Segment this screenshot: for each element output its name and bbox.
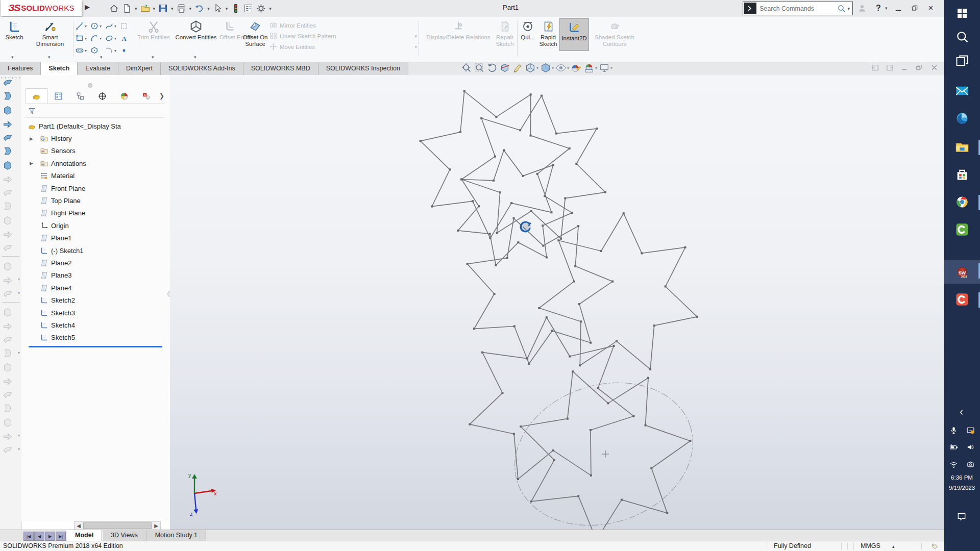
sketch-vertex-point[interactable] — [580, 320, 582, 322]
tree-item-plane1[interactable]: Plane1 — [21, 232, 169, 244]
sketch-vertex-point[interactable] — [567, 418, 569, 420]
tree-filter-row[interactable] — [26, 104, 164, 118]
scroll-left-arrow[interactable]: ◀ — [75, 523, 83, 529]
entities-flyout-caret[interactable]: ▾ — [100, 55, 103, 60]
annotation-views-icon[interactable] — [512, 62, 523, 73]
sketch-vertex-point[interactable] — [650, 467, 652, 469]
taskbar-edge-icon[interactable] — [944, 108, 980, 129]
sketch-vertex-point[interactable] — [621, 499, 623, 501]
sketch-vertex-point[interactable] — [457, 230, 459, 232]
construction-ellipse[interactable] — [496, 361, 712, 530]
sketch-vertex-point[interactable] — [530, 93, 532, 95]
zoom-to-fit-icon[interactable] — [461, 62, 472, 73]
feature-tool-icon[interactable] — [0, 158, 21, 171]
cam-manager-tab[interactable]: S — [135, 88, 157, 104]
tree-item--sketch1[interactable]: (-) Sketch1 — [21, 244, 169, 257]
spline-tool[interactable]: ▾ — [105, 21, 119, 31]
tree-item-top-plane[interactable]: Top Plane — [21, 194, 169, 207]
dimxpert-manager-tab[interactable] — [91, 88, 113, 104]
smart-dimension-button[interactable]: Smart Dimension — [28, 19, 72, 47]
convert-entities-button[interactable]: Convert Entities — [174, 19, 218, 41]
sketch-vertex-point[interactable] — [546, 257, 548, 259]
tree-item-right-plane[interactable]: Right Plane — [21, 207, 169, 219]
magnifier-icon[interactable] — [837, 4, 846, 13]
tree-root-part1[interactable]: Part1 (Default<_Display Sta — [21, 120, 169, 132]
close-button[interactable]: × — [925, 2, 937, 14]
smart-dimension-caret[interactable]: ▾ — [48, 55, 51, 60]
tab-evaluate[interactable]: Evaluate — [78, 62, 118, 75]
sketch-vertex-point[interactable] — [420, 140, 422, 142]
sketch-vertex-point[interactable] — [431, 206, 433, 208]
tab-scroll-button[interactable]: ◀ — [34, 532, 44, 541]
feature-tool-icon[interactable] — [0, 144, 21, 158]
tree-horizontal-scrollbar[interactable]: ◀ ▶ — [74, 521, 161, 530]
tree-item-annotations[interactable]: ▶AAnnotations — [21, 157, 169, 169]
sketch-vertex-point[interactable] — [649, 368, 651, 370]
tab-solidworks-add-ins[interactable]: SOLIDWORKS Add-Ins — [161, 62, 243, 75]
sketch-button[interactable]: Sketch — [3, 19, 26, 41]
section-view-icon[interactable] — [499, 62, 510, 73]
sketch-vertex-point[interactable] — [493, 180, 495, 182]
edit-appearance-icon[interactable] — [571, 62, 582, 73]
tree-item-sensors[interactable]: Sensors — [21, 145, 169, 157]
fillet-tool[interactable]: ▾ — [105, 46, 119, 55]
sketch-flyout-caret[interactable]: ▾ — [11, 55, 14, 60]
filter-funnel-icon[interactable] — [28, 107, 36, 115]
display-style-icon[interactable]: ▾ — [540, 62, 554, 73]
tab-dimxpert[interactable]: DimXpert — [118, 62, 161, 75]
sketch-star-polygon-5[interactable] — [539, 213, 697, 369]
feature-tool-icon[interactable] — [0, 130, 21, 144]
panel-resize-dot[interactable] — [88, 83, 92, 88]
tree-item-origin[interactable]: Origin — [21, 219, 169, 232]
save-caret[interactable]: ▾ — [171, 6, 174, 11]
sketch-vertex-point[interactable] — [684, 246, 687, 248]
sketch-vertex-point[interactable] — [522, 175, 524, 177]
sketch-vertex-point[interactable] — [489, 233, 491, 235]
expander-arrow[interactable]: ▶ — [30, 161, 35, 166]
tree-item-material-not-specified-[interactable]: Material — [21, 170, 169, 182]
apply-scene-icon[interactable]: ▾ — [583, 62, 597, 73]
rapid-sketch-button[interactable]: Rapid Sketch — [537, 19, 559, 47]
sketch-vertex-point[interactable] — [564, 197, 566, 199]
tree-item-history[interactable]: ▶History — [21, 132, 169, 144]
sketch-vertex-point[interactable] — [623, 212, 625, 214]
sketch-vertex-point[interactable] — [449, 168, 451, 170]
feature-tool-icon[interactable] — [0, 89, 21, 103]
tree-item-plane2[interactable]: Plane2 — [21, 257, 169, 269]
tray-camera-icon[interactable] — [962, 458, 979, 470]
configuration-manager-tab[interactable] — [69, 88, 91, 104]
sketch-vertex-point[interactable] — [551, 330, 553, 332]
offset-on-surface-button[interactable]: Offset On Surface — [242, 19, 268, 47]
doc-close-button[interactable] — [930, 63, 939, 74]
sketch-vertex-point[interactable] — [459, 131, 461, 133]
previous-view-icon[interactable] — [486, 62, 498, 73]
tab-scroll-button[interactable]: ▶ — [45, 532, 55, 541]
sketch-vertex-point[interactable] — [552, 449, 554, 452]
sketch-vertex-point[interactable] — [647, 377, 649, 379]
sketch-vertex-point[interactable] — [555, 133, 557, 135]
save-button[interactable] — [157, 2, 169, 15]
scroll-right-arrow[interactable]: ▶ — [152, 523, 160, 529]
doc-minimize-button[interactable] — [900, 63, 909, 74]
traffic-button[interactable] — [230, 2, 241, 15]
taskbar-file-explorer-icon[interactable] — [944, 137, 980, 157]
feature-tool-icon[interactable] — [0, 116, 21, 130]
sketch-vertex-point[interactable] — [597, 387, 599, 389]
graphics-viewport[interactable]: x y z — [170, 75, 944, 530]
sketch-vertex-point[interactable] — [493, 293, 495, 295]
sketch-vertex-point[interactable] — [536, 173, 538, 175]
sketch-vertex-point[interactable] — [519, 129, 521, 131]
ellipse-tool[interactable]: ▾ — [105, 34, 119, 43]
sketch-vertex-point[interactable] — [517, 478, 519, 480]
tray-wifi-icon[interactable] — [945, 458, 962, 470]
sketch-vertex-point[interactable] — [611, 281, 614, 283]
scrollbar-thumb[interactable] — [83, 522, 152, 529]
expander-arrow[interactable]: ▶ — [30, 136, 35, 141]
tray-cast-icon[interactable] — [962, 424, 979, 436]
sketch-vertex-point[interactable] — [569, 147, 571, 149]
collapse-right-pane-button[interactable] — [886, 63, 894, 74]
new-doc-button[interactable] — [121, 2, 133, 15]
sketch-vertex-point[interactable] — [572, 370, 574, 372]
open-caret[interactable]: ▾ — [153, 6, 156, 11]
search-scope-caret[interactable]: ▾ — [847, 6, 850, 11]
